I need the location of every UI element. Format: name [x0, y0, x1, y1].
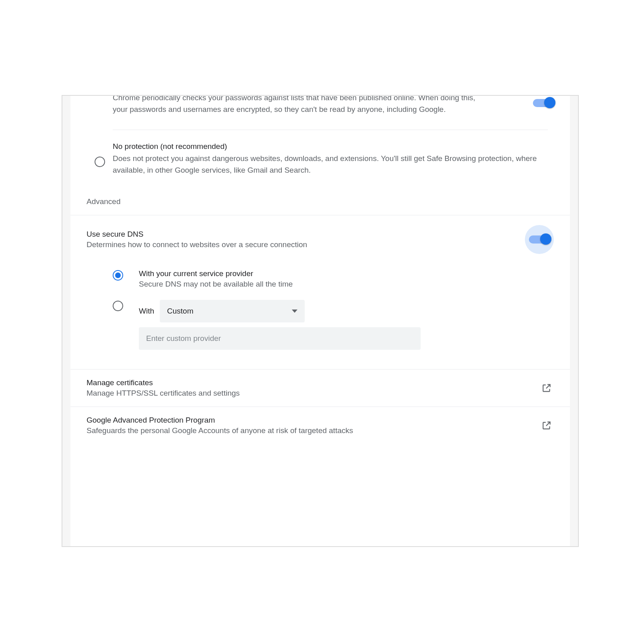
- secure-dns-header: Use secure DNS Determines how to connect…: [87, 225, 554, 254]
- secure-dns-options: With your current service provider Secur…: [113, 264, 554, 355]
- secure-dns-title: Use secure DNS: [87, 230, 525, 239]
- dns-current-provider-description: Secure DNS may not be available all the …: [139, 280, 554, 289]
- dns-option-current-provider[interactable]: With your current service provider Secur…: [113, 264, 554, 294]
- dns-custom-with-label: With: [139, 307, 154, 316]
- scrollbar-gutter-right: [570, 96, 578, 546]
- settings-content: Chrome periodically checks your password…: [70, 96, 570, 546]
- dns-current-provider-radio[interactable]: [113, 270, 123, 281]
- no-protection-row[interactable]: No protection (not recommended) Does not…: [70, 130, 570, 188]
- dns-provider-dropdown[interactable]: Custom: [160, 300, 305, 322]
- external-link-icon: [541, 420, 552, 431]
- advanced-section-header: Advanced: [70, 188, 570, 215]
- scrollbar-gutter-left: [62, 96, 70, 546]
- advanced-protection-title: Google Advanced Protection Program: [87, 416, 541, 425]
- dns-option-custom[interactable]: With Custom: [113, 294, 554, 355]
- dns-custom-provider-input[interactable]: [139, 327, 421, 350]
- manage-certificates-description: Manage HTTPS/SSL certificates and settin…: [87, 389, 541, 398]
- advanced-protection-description: Safeguards the personal Google Accounts …: [87, 426, 541, 435]
- toggle-knob: [544, 97, 555, 108]
- external-link-icon: [541, 383, 552, 393]
- password-check-description: Chrome periodically checks your password…: [113, 96, 487, 116]
- settings-panel-frame: Chrome periodically checks your password…: [62, 95, 579, 547]
- no-protection-radio[interactable]: [95, 157, 105, 167]
- secure-dns-toggle[interactable]: [529, 235, 550, 244]
- no-protection-description: Does not protect you against dangerous w…: [113, 153, 548, 176]
- toggle-focus-ring: [525, 225, 554, 254]
- dns-current-provider-title: With your current service provider: [139, 269, 554, 278]
- password-check-row: Chrome periodically checks your password…: [70, 96, 570, 130]
- dns-provider-dropdown-value: Custom: [167, 307, 193, 316]
- no-protection-title: No protection (not recommended): [113, 142, 548, 151]
- manage-certificates-title: Manage certificates: [87, 378, 541, 387]
- secure-dns-description: Determines how to connect to websites ov…: [87, 240, 525, 249]
- manage-certificates-row[interactable]: Manage certificates Manage HTTPS/SSL cer…: [70, 369, 570, 407]
- dns-custom-radio[interactable]: [113, 301, 123, 311]
- advanced-protection-row[interactable]: Google Advanced Protection Program Safeg…: [70, 407, 570, 444]
- password-check-toggle[interactable]: [533, 99, 554, 107]
- toggle-knob: [540, 233, 551, 245]
- secure-dns-block: Use secure DNS Determines how to connect…: [70, 215, 570, 369]
- caret-down-icon: [292, 310, 297, 313]
